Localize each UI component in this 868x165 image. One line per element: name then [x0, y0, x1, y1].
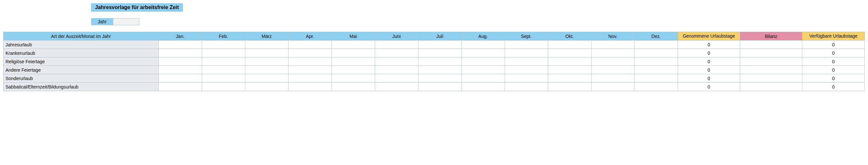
- month-cell[interactable]: [591, 74, 634, 83]
- month-cell[interactable]: [461, 57, 505, 66]
- header-month: Dez.: [634, 32, 678, 41]
- month-cell[interactable]: [505, 41, 548, 49]
- month-cell[interactable]: [375, 41, 418, 49]
- month-cell[interactable]: [158, 57, 202, 66]
- month-cell[interactable]: [202, 74, 245, 83]
- table-row: Jahresurlaub00: [4, 41, 865, 49]
- month-cell[interactable]: [288, 66, 332, 74]
- month-cell[interactable]: [288, 57, 332, 66]
- row-label: Sonderurlaub: [4, 74, 159, 83]
- month-cell[interactable]: [548, 41, 591, 49]
- month-cell[interactable]: [461, 83, 505, 91]
- available-cell: 0: [802, 83, 865, 91]
- table-header-row: Art der Auszeit/Monat im Jahr Jan. Feb. …: [4, 32, 865, 41]
- balance-cell: [740, 66, 802, 74]
- available-cell: 0: [802, 57, 865, 66]
- month-cell[interactable]: [591, 41, 634, 49]
- month-cell[interactable]: [202, 66, 245, 74]
- month-cell[interactable]: [634, 74, 678, 83]
- month-cell[interactable]: [634, 66, 678, 74]
- month-cell[interactable]: [202, 41, 245, 49]
- month-cell[interactable]: [505, 74, 548, 83]
- month-cell[interactable]: [461, 41, 505, 49]
- header-month: Juni: [375, 32, 418, 41]
- month-cell[interactable]: [332, 66, 375, 74]
- month-cell[interactable]: [375, 49, 418, 57]
- month-cell[interactable]: [418, 66, 461, 74]
- month-cell[interactable]: [245, 41, 288, 49]
- month-cell[interactable]: [505, 57, 548, 66]
- month-cell[interactable]: [332, 49, 375, 57]
- month-cell[interactable]: [332, 41, 375, 49]
- table-row: Religiöse Feiertage00: [4, 57, 865, 66]
- month-cell[interactable]: [202, 49, 245, 57]
- month-cell[interactable]: [461, 49, 505, 57]
- month-cell[interactable]: [505, 83, 548, 91]
- month-cell[interactable]: [375, 83, 418, 91]
- month-cell[interactable]: [158, 74, 202, 83]
- month-cell[interactable]: [245, 57, 288, 66]
- available-cell: 0: [802, 66, 865, 74]
- row-label: Religiöse Feiertage: [4, 57, 159, 66]
- month-cell[interactable]: [288, 41, 332, 49]
- month-cell[interactable]: [202, 57, 245, 66]
- balance-cell: [740, 57, 802, 66]
- month-cell[interactable]: [591, 83, 634, 91]
- month-cell[interactable]: [548, 49, 591, 57]
- month-cell[interactable]: [245, 66, 288, 74]
- row-label: Jahresurlaub: [4, 41, 159, 49]
- month-cell[interactable]: [591, 57, 634, 66]
- available-cell: 0: [802, 49, 865, 57]
- month-cell[interactable]: [245, 74, 288, 83]
- month-cell[interactable]: [158, 41, 202, 49]
- month-cell[interactable]: [418, 41, 461, 49]
- month-cell[interactable]: [375, 57, 418, 66]
- taken-cell: 0: [678, 74, 740, 83]
- month-cell[interactable]: [548, 83, 591, 91]
- month-cell[interactable]: [418, 49, 461, 57]
- header-month: Feb.: [202, 32, 245, 41]
- month-cell[interactable]: [591, 49, 634, 57]
- month-cell[interactable]: [332, 74, 375, 83]
- month-cell[interactable]: [634, 83, 678, 91]
- taken-cell: 0: [678, 57, 740, 66]
- year-input[interactable]: [113, 18, 139, 25]
- month-cell[interactable]: [634, 49, 678, 57]
- row-label: Sabbatical/Elternzeit/Bildungsurlaub: [4, 83, 159, 91]
- month-cell[interactable]: [634, 57, 678, 66]
- header-month: Nov.: [591, 32, 634, 41]
- month-cell[interactable]: [332, 57, 375, 66]
- month-cell[interactable]: [202, 83, 245, 91]
- month-cell[interactable]: [548, 57, 591, 66]
- month-cell[interactable]: [288, 83, 332, 91]
- month-cell[interactable]: [288, 74, 332, 83]
- month-cell[interactable]: [634, 41, 678, 49]
- month-cell[interactable]: [375, 66, 418, 74]
- month-cell[interactable]: [245, 49, 288, 57]
- month-cell[interactable]: [375, 74, 418, 83]
- month-cell[interactable]: [332, 83, 375, 91]
- month-cell[interactable]: [418, 83, 461, 91]
- row-label: Krankenurlaub: [4, 49, 159, 57]
- balance-cell: [740, 74, 802, 83]
- month-cell[interactable]: [461, 66, 505, 74]
- balance-cell: [740, 41, 802, 49]
- month-cell[interactable]: [288, 49, 332, 57]
- month-cell[interactable]: [505, 66, 548, 74]
- month-cell[interactable]: [418, 74, 461, 83]
- header-taken: Genommene Urlaubstage: [678, 32, 740, 41]
- table-row: Krankenurlaub00: [4, 49, 865, 57]
- month-cell[interactable]: [548, 66, 591, 74]
- month-cell[interactable]: [245, 83, 288, 91]
- month-cell[interactable]: [461, 74, 505, 83]
- month-cell[interactable]: [591, 66, 634, 74]
- month-cell[interactable]: [158, 66, 202, 74]
- header-month: Mai: [332, 32, 375, 41]
- month-cell[interactable]: [418, 57, 461, 66]
- available-cell: 0: [802, 74, 865, 83]
- month-cell[interactable]: [505, 49, 548, 57]
- month-cell[interactable]: [158, 49, 202, 57]
- month-cell[interactable]: [158, 83, 202, 91]
- month-cell[interactable]: [548, 74, 591, 83]
- year-label: Jahr: [91, 18, 113, 25]
